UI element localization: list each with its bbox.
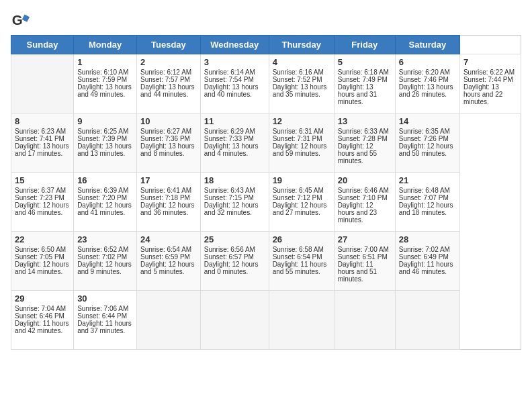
sunrise-text: Sunrise: 6:31 AM	[273, 128, 324, 135]
sunrise-text: Sunrise: 6:10 AM	[77, 68, 128, 76]
sunset-text: Sunset: 6:44 PM	[77, 312, 127, 320]
sunrise-text: Sunrise: 6:54 AM	[140, 246, 191, 253]
sunrise-text: Sunrise: 6:22 AM	[463, 68, 515, 76]
day-number: 29	[15, 293, 70, 304]
daylight-text: Daylight: 12 hours and 46 minutes.	[15, 201, 69, 216]
sunrise-text: Sunrise: 7:04 AM	[15, 305, 66, 312]
sunset-text: Sunset: 7:52 PM	[273, 76, 322, 83]
weekday-header-friday: Friday	[334, 36, 395, 54]
day-number: 1	[77, 57, 133, 67]
empty-cell	[11, 54, 74, 113]
calendar-cell: 1Sunrise: 6:10 AMSunset: 7:59 PMDaylight…	[74, 54, 137, 113]
daylight-text: Daylight: 11 hours and 42 minutes.	[15, 320, 69, 334]
calendar-cell	[395, 291, 459, 350]
sunset-text: Sunset: 6:59 PM	[140, 253, 190, 261]
daylight-text: Daylight: 12 hours and 18 minutes.	[399, 201, 453, 216]
calendar-cell	[269, 291, 334, 350]
sunset-text: Sunset: 6:54 PM	[273, 253, 322, 261]
calendar-cell: 26Sunrise: 6:58 AMSunset: 6:54 PMDayligh…	[269, 232, 334, 291]
daylight-text: Daylight: 13 hours and 49 minutes.	[77, 83, 132, 98]
calendar-cell: 29Sunrise: 7:04 AMSunset: 6:46 PMDayligh…	[11, 291, 74, 350]
weekday-header-sunday: Sunday	[11, 36, 74, 54]
sunset-text: Sunset: 7:44 PM	[463, 76, 513, 83]
day-number: 6	[399, 57, 456, 67]
day-number: 3	[204, 57, 265, 67]
calendar-cell: 28Sunrise: 7:02 AMSunset: 6:49 PMDayligh…	[395, 232, 459, 291]
daylight-text: Daylight: 12 hours and 55 minutes.	[338, 142, 377, 165]
calendar-cell: 4Sunrise: 6:16 AMSunset: 7:52 PMDaylight…	[269, 54, 334, 113]
daylight-text: Daylight: 13 hours and 26 minutes.	[399, 83, 453, 98]
day-number: 26	[273, 234, 330, 244]
daylight-text: Daylight: 12 hours and 27 minutes.	[273, 201, 327, 216]
sunset-text: Sunset: 6:46 PM	[15, 312, 64, 320]
sunset-text: Sunset: 7:26 PM	[399, 135, 449, 142]
daylight-text: Daylight: 11 hours and 51 minutes.	[338, 261, 377, 283]
calendar-cell: 3Sunrise: 6:14 AMSunset: 7:54 PMDaylight…	[200, 54, 269, 113]
sunrise-text: Sunrise: 6:43 AM	[204, 187, 255, 194]
day-number: 15	[15, 175, 70, 185]
calendar-table: SundayMondayTuesdayWednesdayThursdayFrid…	[11, 35, 521, 350]
calendar-cell: 22Sunrise: 6:50 AMSunset: 7:05 PMDayligh…	[11, 232, 74, 291]
day-number: 25	[204, 234, 265, 244]
sunset-text: Sunset: 7:18 PM	[140, 194, 190, 201]
calendar-cell: 23Sunrise: 6:52 AMSunset: 7:02 PMDayligh…	[74, 232, 137, 291]
day-number: 19	[273, 175, 330, 185]
weekday-header-monday: Monday	[74, 36, 137, 54]
calendar-cell	[200, 291, 269, 350]
sunrise-text: Sunrise: 7:06 AM	[77, 305, 128, 312]
day-number: 5	[338, 57, 392, 67]
calendar-cell: 16Sunrise: 6:39 AMSunset: 7:20 PMDayligh…	[74, 173, 137, 232]
sunset-text: Sunset: 6:49 PM	[399, 253, 449, 261]
sunrise-text: Sunrise: 6:23 AM	[15, 128, 66, 135]
calendar-cell: 27Sunrise: 7:00 AMSunset: 6:51 PMDayligh…	[334, 232, 395, 291]
day-number: 28	[399, 234, 456, 244]
calendar-cell: 24Sunrise: 6:54 AMSunset: 6:59 PMDayligh…	[137, 232, 201, 291]
sunrise-text: Sunrise: 6:37 AM	[15, 187, 66, 194]
daylight-text: Daylight: 13 hours and 8 minutes.	[140, 142, 195, 157]
calendar-cell: 11Sunrise: 6:29 AMSunset: 7:33 PMDayligh…	[200, 113, 269, 173]
calendar-cell: 10Sunrise: 6:27 AMSunset: 7:36 PMDayligh…	[137, 113, 201, 173]
calendar-cell: 5Sunrise: 6:18 AMSunset: 7:49 PMDaylight…	[334, 54, 395, 113]
calendar-cell	[137, 291, 201, 350]
sunset-text: Sunset: 7:39 PM	[77, 135, 127, 142]
daylight-text: Daylight: 13 hours and 44 minutes.	[140, 83, 195, 98]
calendar-cell: 21Sunrise: 6:48 AMSunset: 7:07 PMDayligh…	[395, 173, 459, 232]
sunset-text: Sunset: 7:23 PM	[15, 194, 64, 201]
sunrise-text: Sunrise: 6:20 AM	[399, 68, 450, 76]
day-number: 18	[204, 175, 265, 185]
sunrise-text: Sunrise: 7:00 AM	[338, 246, 389, 253]
week-row-2: 8Sunrise: 6:23 AMSunset: 7:41 PMDaylight…	[11, 113, 521, 173]
daylight-text: Daylight: 12 hours and 50 minutes.	[399, 142, 453, 157]
logo: G	[11, 11, 32, 30]
sunset-text: Sunset: 7:10 PM	[338, 194, 388, 201]
daylight-text: Daylight: 12 hours and 0 minutes.	[204, 261, 259, 275]
sunrise-text: Sunrise: 6:48 AM	[399, 187, 450, 194]
daylight-text: Daylight: 13 hours and 13 minutes.	[77, 142, 132, 157]
day-number: 4	[273, 57, 330, 67]
weekday-header-thursday: Thursday	[269, 36, 334, 54]
daylight-text: Daylight: 12 hours and 41 minutes.	[77, 201, 132, 216]
logo-icon: G	[11, 11, 30, 30]
sunset-text: Sunset: 6:57 PM	[204, 253, 254, 261]
sunset-text: Sunset: 7:49 PM	[338, 76, 388, 83]
day-number: 13	[338, 116, 392, 126]
sunset-text: Sunset: 7:36 PM	[140, 135, 190, 142]
daylight-text: Daylight: 13 hours and 35 minutes.	[273, 83, 327, 98]
sunset-text: Sunset: 7:41 PM	[15, 135, 64, 142]
daylight-text: Daylight: 13 hours and 31 minutes.	[338, 83, 377, 105]
sunrise-text: Sunrise: 6:27 AM	[140, 128, 191, 135]
week-row-3: 15Sunrise: 6:37 AMSunset: 7:23 PMDayligh…	[11, 173, 521, 232]
day-number: 17	[140, 175, 197, 185]
sunrise-text: Sunrise: 6:35 AM	[399, 128, 450, 135]
daylight-text: Daylight: 11 hours and 55 minutes.	[273, 261, 327, 275]
day-number: 9	[77, 116, 133, 126]
day-number: 24	[140, 234, 197, 244]
sunset-text: Sunset: 7:54 PM	[204, 76, 254, 83]
daylight-text: Daylight: 11 hours and 46 minutes.	[399, 261, 453, 275]
day-number: 30	[77, 293, 133, 304]
daylight-text: Daylight: 12 hours and 59 minutes.	[273, 142, 327, 157]
daylight-text: Daylight: 13 hours and 40 minutes.	[204, 83, 259, 98]
sunset-text: Sunset: 7:33 PM	[204, 135, 254, 142]
sunrise-text: Sunrise: 6:50 AM	[15, 246, 66, 253]
sunrise-text: Sunrise: 6:52 AM	[77, 246, 128, 253]
